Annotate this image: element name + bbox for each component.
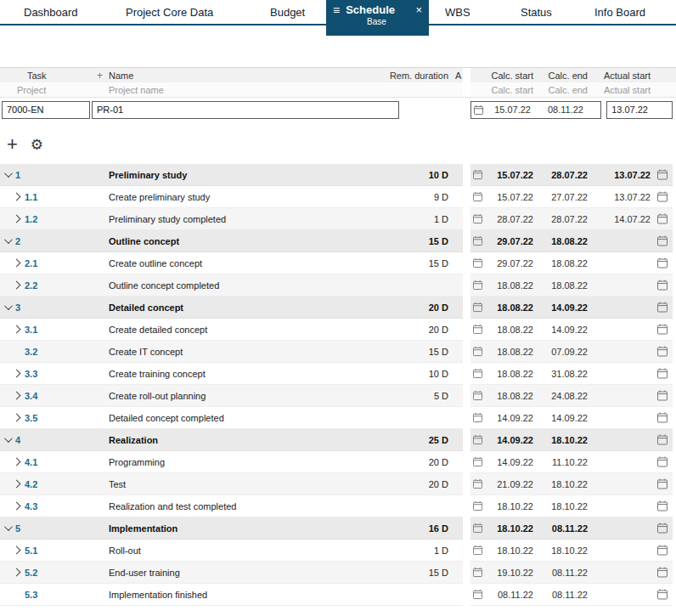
expand-chevron[interactable] (0, 238, 15, 244)
tab-info-board[interactable]: Info Board (594, 0, 645, 25)
calendar-icon[interactable] (470, 412, 482, 423)
calendar-icon[interactable] (470, 302, 482, 313)
task-row[interactable]: 5 Implementation 16 D 18.10.22 08.11.22 (0, 517, 676, 540)
expand-chevron[interactable] (9, 415, 25, 421)
tab-dashboard[interactable]: Dashboard (24, 0, 78, 25)
calendar-icon[interactable] (651, 390, 673, 401)
calendar-icon[interactable] (651, 456, 673, 467)
expand-chevron[interactable] (0, 172, 15, 178)
settings-gear-icon[interactable]: ⚙ (31, 138, 43, 152)
calendar-icon[interactable] (470, 523, 482, 534)
task-row[interactable]: 5.2 End-user training 15 D 19.10.22 08.1… (0, 562, 676, 584)
calendar-icon[interactable] (470, 478, 482, 489)
calendar-icon[interactable] (470, 280, 482, 291)
task-duration: 20 D (389, 302, 448, 313)
calendar-icon[interactable] (651, 567, 673, 578)
task-row[interactable]: 2 Outline concept 15 D 29.07.22 18.08.22 (0, 230, 676, 252)
task-row[interactable]: 1 Preliminary study 10 D 15.07.22 28.07.… (0, 164, 676, 186)
expand-chevron[interactable] (9, 260, 25, 266)
task-row[interactable]: 3.1 Create detailed concept 20 D 18.08.2… (0, 319, 676, 341)
task-row[interactable]: 3.2 Create IT concept 15 D 18.08.22 07.0… (0, 341, 676, 363)
expand-chevron[interactable] (9, 459, 25, 465)
calendar-icon[interactable] (651, 368, 673, 379)
task-row[interactable]: 3.3 Create training concept 10 D 18.08.2… (0, 363, 676, 385)
calendar-icon[interactable] (470, 213, 482, 224)
task-row[interactable]: 3 Detailed concept 20 D 18.08.22 14.09.2… (0, 297, 676, 319)
project-name-input[interactable] (92, 101, 399, 119)
calendar-icon[interactable] (651, 257, 673, 268)
calendar-icon[interactable] (651, 434, 673, 445)
expand-chevron[interactable] (9, 591, 25, 597)
project-calc-dates-box[interactable]: 15.07.22 08.11.22 (470, 101, 601, 119)
expand-chevron[interactable] (9, 370, 25, 376)
calendar-icon[interactable] (651, 346, 673, 357)
close-icon[interactable]: × (415, 3, 422, 16)
calendar-icon[interactable] (651, 280, 673, 291)
tab-budget[interactable]: Budget (270, 0, 305, 25)
project-actual-start-box[interactable]: 13.07.22 (606, 101, 673, 119)
calendar-icon[interactable] (651, 213, 673, 224)
expand-chevron[interactable] (9, 216, 25, 222)
expand-chevron[interactable] (0, 525, 15, 531)
add-task-button[interactable]: + (7, 135, 18, 154)
project-id-input[interactable] (2, 101, 90, 119)
calendar-icon[interactable] (470, 169, 482, 180)
expand-chevron[interactable] (9, 393, 25, 398)
expand-chevron[interactable] (9, 547, 25, 553)
calendar-icon[interactable] (470, 257, 482, 268)
calendar-icon[interactable] (651, 302, 673, 313)
calendar-icon[interactable] (470, 545, 482, 556)
expand-chevron[interactable] (9, 326, 25, 332)
calendar-icon[interactable] (651, 324, 673, 335)
expand-chevron[interactable] (0, 304, 15, 310)
calendar-icon[interactable] (651, 169, 673, 180)
task-row[interactable]: 2.1 Create outline concept 15 D 29.07.22… (0, 252, 676, 274)
task-row[interactable]: 3.4 Create roll-out planning 5 D 18.08.2… (0, 385, 676, 407)
calendar-icon[interactable] (470, 456, 482, 467)
calendar-icon[interactable] (651, 235, 673, 246)
calendar-icon[interactable] (651, 478, 673, 489)
calendar-icon[interactable] (470, 434, 482, 445)
tab-project-core-data[interactable]: Project Core Data (126, 0, 213, 25)
expand-chevron[interactable] (9, 481, 25, 487)
calendar-icon[interactable] (470, 324, 482, 335)
tab-wbs[interactable]: WBS (445, 0, 470, 25)
tab-schedule[interactable]: ≡ Schedule × Base (326, 0, 429, 36)
task-row[interactable]: 4.1 Programming 20 D 14.09.22 11.10.22 (0, 451, 676, 473)
menu-icon[interactable]: ≡ (333, 4, 340, 16)
tab-status[interactable]: Status (521, 0, 552, 25)
calendar-icon[interactable] (470, 346, 482, 357)
expand-chevron[interactable] (9, 348, 25, 354)
task-row[interactable]: 1.1 Create preliminary study 9 D 15.07.2… (0, 186, 676, 208)
calendar-icon[interactable] (651, 523, 673, 534)
calendar-icon[interactable] (471, 105, 483, 116)
task-row[interactable]: 4.2 Test 20 D 21.09.22 18.10.22 (0, 473, 676, 495)
task-row[interactable]: 5.1 Roll-out 1 D 18.10.22 18.10.22 (0, 540, 676, 562)
task-row[interactable]: 4.3 Realization and test completed 18.10… (0, 495, 676, 517)
calendar-icon[interactable] (470, 390, 482, 401)
calendar-icon[interactable] (470, 500, 482, 511)
calendar-icon[interactable] (651, 589, 673, 600)
expand-chevron[interactable] (9, 569, 25, 575)
add-column-icon[interactable]: + (97, 70, 109, 82)
calendar-icon[interactable] (470, 191, 482, 202)
expand-chevron[interactable] (9, 282, 25, 288)
calendar-icon[interactable] (470, 235, 482, 246)
expand-chevron[interactable] (9, 194, 25, 200)
task-row[interactable]: 2.2 Outline concept completed 18.08.22 1… (0, 274, 676, 297)
task-row[interactable]: 1.2 Preliminary study completed 1 D 28.0… (0, 208, 676, 230)
task-number: 1 (15, 170, 97, 180)
task-number: 2 (15, 236, 97, 246)
task-row[interactable]: 5.3 Implementation finished 08.11.22 08.… (0, 584, 676, 606)
calendar-icon[interactable] (470, 567, 482, 578)
expand-chevron[interactable] (9, 503, 25, 509)
calendar-icon[interactable] (651, 545, 673, 556)
calendar-icon[interactable] (651, 412, 673, 423)
calendar-icon[interactable] (651, 500, 673, 511)
task-row[interactable]: 3.5 Detailed concept completed 14.09.22 … (0, 407, 676, 429)
calendar-icon[interactable] (470, 589, 482, 600)
task-row[interactable]: 4 Realization 25 D 14.09.22 18.10.22 (0, 429, 676, 451)
expand-chevron[interactable] (0, 437, 15, 443)
calendar-icon[interactable] (470, 368, 482, 379)
calendar-icon[interactable] (651, 191, 673, 202)
